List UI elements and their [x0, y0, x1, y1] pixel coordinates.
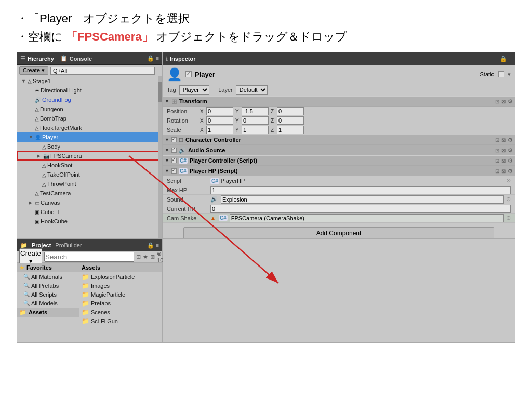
scale-x[interactable]: [206, 126, 233, 134]
static-checkbox[interactable]: [498, 71, 504, 77]
favorite-item-all-materials[interactable]: 🔍All Materials: [17, 272, 79, 281]
hierarchy-item-player[interactable]: ▼👤Player: [17, 132, 162, 142]
hierarchy-item-takeoffpoint[interactable]: △TakeOffPoint: [17, 170, 162, 179]
asset-item-magicparticle[interactable]: 📁MagicParticle: [79, 290, 162, 299]
transform-gear[interactable]: ⚙: [508, 98, 513, 105]
project-panel: 📁 Project ProBuilder 🔒 ≡ Create ▾ ⊡ ★ ⊠ …: [17, 239, 163, 342]
script-dot-btn[interactable]: ⊙: [506, 177, 511, 184]
player-controller-enabled[interactable]: [171, 158, 177, 163]
asset-item-sci-fi-gun[interactable]: 📁Sci-Fi Gun: [79, 316, 162, 325]
add-component-button[interactable]: Add Component: [183, 227, 494, 238]
proj-icon3: ⊠: [150, 254, 155, 260]
rotation-label: Rotation: [167, 117, 198, 124]
char-controller-header: ▼ ⊡ Character Controller ⊡ ⊠ ⚙: [163, 135, 515, 145]
hierarchy-item-testcamera[interactable]: △TestCamera: [17, 189, 162, 198]
hierarchy-item-body[interactable]: △Body: [17, 142, 162, 151]
inspector-header: 👤 Player Static ▾: [163, 65, 515, 84]
scale-row: Scale X Y Z: [163, 125, 515, 135]
asset-item-explosionparticle[interactable]: 📁ExplosionParticle: [79, 272, 162, 281]
rotation-x[interactable]: [206, 116, 233, 125]
hierarchy-item-hookcube[interactable]: ▣HookCube: [17, 217, 162, 226]
current-hp-row: Current HP: [163, 204, 515, 214]
player-enabled-checkbox[interactable]: [185, 71, 192, 77]
favorites-header: ★ Favorites: [17, 263, 79, 272]
script-row: Script C# PlayerHP ⊙: [163, 176, 515, 185]
char-controller-enabled[interactable]: [171, 137, 177, 142]
scale-y[interactable]: [242, 126, 269, 134]
inspector-tab-bar: ℹ Inspector 🔒 ≡: [163, 52, 515, 65]
position-z[interactable]: [277, 107, 304, 115]
hierarchy-tab-bar: ☰ Hierarchy 📋 Console 🔒 ≡: [17, 52, 162, 65]
favorites-label: Favorites: [26, 264, 52, 271]
hierarchy-item-hooktargetmark[interactable]: △HookTargetMark: [17, 123, 162, 132]
inspector-content: 👤 Player Static ▾ Tag Player ÷: [163, 65, 515, 238]
layer-label: Layer: [218, 87, 233, 93]
inspector-info-icon: ℹ: [166, 56, 168, 62]
hierarchy-create-button[interactable]: Create ▾: [19, 66, 48, 75]
audio-source-enabled[interactable]: [171, 148, 177, 153]
project-search-input[interactable]: [44, 252, 134, 262]
script-value: C# PlayerHP: [210, 178, 504, 184]
console-icon: 📋: [60, 55, 68, 62]
position-label: Position: [167, 108, 198, 114]
hierarchy-search-input[interactable]: [50, 66, 155, 75]
asset-item-images[interactable]: 📁Images: [79, 281, 162, 290]
player-hp-gear[interactable]: ⚙: [508, 168, 513, 175]
hierarchy-item-throwpoint[interactable]: △ThrowPoint: [17, 179, 162, 189]
transform-arrow: ▼: [165, 99, 169, 104]
current-hp-label: Current HP: [167, 206, 208, 212]
player-hp-enabled[interactable]: [171, 168, 177, 174]
position-y[interactable]: [242, 107, 269, 115]
player-hp-arrow: ▼: [165, 168, 169, 174]
player-controller-label: Player Controller (Script): [190, 157, 257, 164]
hierarchy-item-dungeon[interactable]: △Dungeon: [17, 104, 162, 114]
audio-gear[interactable]: ⚙: [508, 147, 513, 154]
position-x[interactable]: [206, 107, 233, 115]
favorite-item-all-scripts[interactable]: 🔍All Scripts: [17, 290, 79, 299]
favorite-item-all-prefabs[interactable]: 🔍All Prefabs: [17, 281, 79, 290]
cam-shake-dot-btn[interactable]: ⊙: [506, 215, 511, 221]
cam-shake-input[interactable]: [230, 214, 504, 222]
current-hp-input[interactable]: [210, 205, 511, 213]
inspector-tab-label[interactable]: Inspector: [170, 56, 196, 62]
instruction-line2: ・空欄に 「FPSCamera」 オブジェクトをドラッグ＆ドロップ: [17, 28, 520, 46]
hierarchy-tab[interactable]: Hierarchy: [28, 56, 54, 62]
sound-row: Sound 🔊 ⊙: [163, 195, 515, 204]
assets-header: Assets: [79, 263, 162, 272]
hierarchy-item-stage1[interactable]: ▼△Stage1: [17, 76, 162, 86]
sound-dot-btn[interactable]: ⊙: [506, 196, 511, 203]
hierarchy-icon: ☰: [20, 55, 25, 62]
hierarchy-item-canvas[interactable]: ▶▭Canvas: [17, 198, 162, 207]
hierarchy-item-fpscamera[interactable]: ▶📷FPSCamera: [17, 151, 162, 161]
favorite-item-all-models[interactable]: 🔍All Models: [17, 299, 79, 308]
char-controller-gear[interactable]: ⚙: [508, 137, 513, 143]
scale-z[interactable]: [277, 126, 304, 134]
layer-select[interactable]: Default: [236, 85, 268, 95]
char-controller-i1: ⊡: [495, 137, 499, 143]
sound-input[interactable]: [221, 195, 504, 204]
hierarchy-item-directional-light[interactable]: ☀Directional Light: [17, 86, 162, 95]
asset-item-scenes[interactable]: 📁Scenes: [79, 308, 162, 316]
hierarchy-item-hookshot[interactable]: △HookShot: [17, 161, 162, 170]
hierarchy-item-bombtrap[interactable]: △BombTrap: [17, 114, 162, 123]
rotation-z[interactable]: [277, 116, 304, 125]
probuilder-tab[interactable]: ProBuilder: [55, 242, 82, 248]
hierarchy-lock-icon: 🔒 ≡: [147, 55, 159, 62]
static-arrow[interactable]: ▾: [508, 71, 511, 78]
project-tab[interactable]: Project: [32, 242, 51, 248]
player-ctrl-gear[interactable]: ⚙: [508, 157, 513, 164]
transform-icon2: ⊠: [501, 99, 506, 104]
bottom-row: 📁 Project ProBuilder 🔒 ≡ Create ▾ ⊡ ★ ⊠ …: [17, 238, 515, 342]
max-hp-input[interactable]: [210, 186, 511, 194]
max-hp-row: Max HP: [163, 185, 515, 195]
hierarchy-item-cube_e[interactable]: ▣Cube_E: [17, 207, 162, 217]
rotation-y[interactable]: [242, 116, 269, 125]
tag-select[interactable]: Player: [179, 85, 209, 95]
script-label: Script: [167, 178, 208, 184]
asset-item-prefabs[interactable]: 📁Prefabs: [79, 299, 162, 308]
transform-header: ▼ ⊞ Transform ⊡ ⊠ ⚙: [163, 96, 515, 107]
console-tab[interactable]: Console: [70, 56, 92, 62]
proj-icon2: ★: [143, 254, 148, 260]
audio-arrow: ▼: [165, 148, 169, 153]
hierarchy-item-groundfog[interactable]: 🔊GroundFog: [17, 95, 162, 104]
